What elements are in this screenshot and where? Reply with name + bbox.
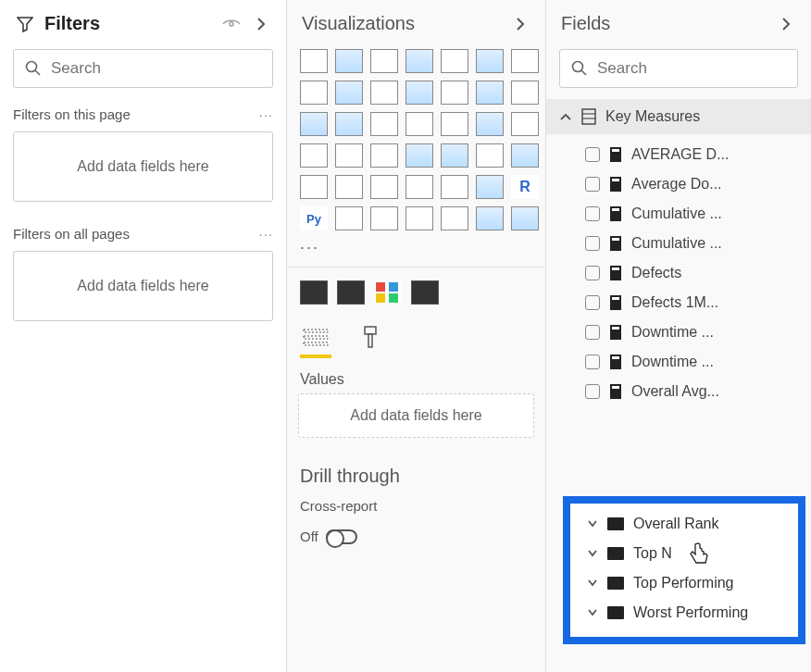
more-icon[interactable]: ···	[258, 226, 273, 242]
viz-funnel[interactable]	[511, 112, 539, 136]
viz-map[interactable]	[406, 112, 433, 136]
fields-title: Fields	[561, 13, 767, 34]
measure-item[interactable]: AVERAGE D...	[546, 140, 811, 169]
viz-custom-5[interactable]	[476, 206, 504, 230]
viz-card[interactable]	[335, 143, 363, 168]
viz-100-bar[interactable]	[441, 49, 468, 73]
viz-matrix[interactable]	[511, 143, 539, 168]
checkbox[interactable]	[585, 177, 600, 192]
checkbox[interactable]	[585, 206, 600, 221]
measure-item[interactable]: Defects 1M...	[546, 288, 811, 317]
svg-point-12	[573, 62, 583, 72]
viz-shape-map[interactable]	[476, 112, 504, 136]
folder-overall-rank[interactable]: Overall Rank	[570, 509, 798, 539]
folder-top-n[interactable]: Top N	[570, 539, 798, 568]
values-dropzone[interactable]: Add data fields here	[298, 393, 534, 438]
viz-table[interactable]	[476, 143, 504, 168]
checkbox[interactable]	[585, 266, 600, 280]
filters-search-input[interactable]	[51, 59, 261, 78]
cross-report-toggle[interactable]	[326, 529, 357, 544]
collapse-icon[interactable]	[251, 14, 271, 34]
viz-powerapps[interactable]	[335, 175, 363, 199]
viz-treemap[interactable]	[370, 112, 398, 136]
viz-clustered-column[interactable]	[406, 49, 433, 73]
viz-qna[interactable]	[441, 175, 468, 199]
viz-slicer[interactable]	[441, 143, 468, 168]
svg-rect-32	[612, 356, 619, 359]
viz-python[interactable]: Py	[300, 206, 328, 230]
viz-custom-1[interactable]	[335, 206, 363, 230]
viz-multi-card[interactable]	[370, 143, 398, 168]
checkbox[interactable]	[585, 295, 600, 310]
filters-all-dropzone[interactable]: Add data fields here	[13, 251, 273, 321]
folder-top-performing[interactable]: Top Performing	[570, 568, 798, 598]
viz-ribbon[interactable]	[441, 81, 468, 105]
chevron-down-icon	[587, 608, 598, 617]
viz-stacked-bar[interactable]	[300, 49, 328, 73]
viz-line[interactable]	[511, 49, 539, 73]
checkbox[interactable]	[585, 147, 600, 162]
checkbox[interactable]	[585, 384, 600, 399]
measure-item[interactable]: Defects	[546, 258, 811, 288]
collapse-icon[interactable]	[510, 14, 530, 34]
cross-report-label: Cross-report	[287, 492, 545, 516]
folder-label: Top Performing	[633, 575, 734, 591]
measure-item[interactable]: Downtime ...	[546, 317, 811, 347]
measure-item[interactable]: Average Do...	[546, 169, 811, 199]
viz-filled-map[interactable]	[441, 112, 468, 136]
filters-search[interactable]	[13, 49, 273, 88]
viz-tabs	[287, 314, 545, 355]
measure-item[interactable]: Overall Avg...	[546, 377, 811, 406]
viz-paginated[interactable]	[476, 175, 504, 199]
highlighted-folders: Overall Rank Top N Top Performing Worst …	[563, 496, 805, 644]
checkbox[interactable]	[585, 325, 600, 340]
viz-arcgis[interactable]	[300, 175, 328, 199]
viz-custom-3[interactable]	[406, 206, 433, 230]
viz-area[interactable]	[300, 81, 328, 105]
viz-donut[interactable]	[335, 112, 363, 136]
viz-stacked-column[interactable]	[370, 49, 398, 73]
svg-rect-20	[612, 179, 619, 181]
viz-stacked-area[interactable]	[335, 81, 363, 105]
checkbox[interactable]	[585, 355, 600, 369]
filters-page-dropzone[interactable]: Add data fields here	[13, 131, 273, 202]
viz-custom-6[interactable]	[511, 206, 539, 230]
more-icon[interactable]: ···	[258, 106, 273, 122]
eye-icon[interactable]	[221, 14, 242, 34]
viz-clustered-bar[interactable]	[335, 49, 363, 73]
viz-more-icon[interactable]: ···	[287, 238, 545, 267]
fields-search[interactable]	[559, 49, 798, 88]
custom-viz-2[interactable]	[337, 280, 365, 305]
chevron-down-icon	[587, 519, 598, 529]
format-tab[interactable]	[354, 323, 385, 351]
collapse-icon[interactable]	[776, 14, 796, 34]
viz-r-script[interactable]: R	[511, 175, 539, 199]
viz-pie[interactable]	[300, 112, 328, 136]
fields-tab[interactable]	[300, 323, 331, 351]
custom-viz-4[interactable]	[411, 280, 439, 305]
custom-viz-3[interactable]	[374, 280, 402, 305]
folder-worst-performing[interactable]: Worst Performing	[570, 598, 798, 628]
viz-line-clustered[interactable]	[406, 81, 433, 105]
viz-gauge[interactable]	[300, 143, 328, 168]
viz-decomposition[interactable]	[406, 175, 433, 199]
measure-item[interactable]: Cumulative ...	[546, 229, 811, 258]
fields-search-input[interactable]	[597, 59, 793, 78]
svg-rect-6	[389, 293, 398, 303]
measure-item[interactable]: Downtime ...	[546, 347, 811, 377]
viz-waterfall[interactable]	[476, 81, 504, 105]
visualizations-pane: Visualizations	[287, 0, 546, 672]
viz-custom-2[interactable]	[370, 206, 398, 230]
filters-pane: Filters Filters on this page ··· Add dat…	[0, 0, 287, 672]
checkbox[interactable]	[585, 236, 600, 251]
measure-icon	[609, 205, 622, 222]
custom-viz-1[interactable]	[300, 280, 328, 305]
viz-line-stacked[interactable]	[370, 81, 398, 105]
viz-key-influencers[interactable]	[370, 175, 398, 199]
viz-100-column[interactable]	[476, 49, 504, 73]
measure-item[interactable]: Cumulative ...	[546, 199, 811, 229]
viz-kpi[interactable]	[406, 143, 433, 168]
table-key-measures[interactable]: Key Measures	[546, 99, 811, 134]
viz-scatter[interactable]	[511, 81, 539, 105]
viz-custom-4[interactable]	[441, 206, 468, 230]
